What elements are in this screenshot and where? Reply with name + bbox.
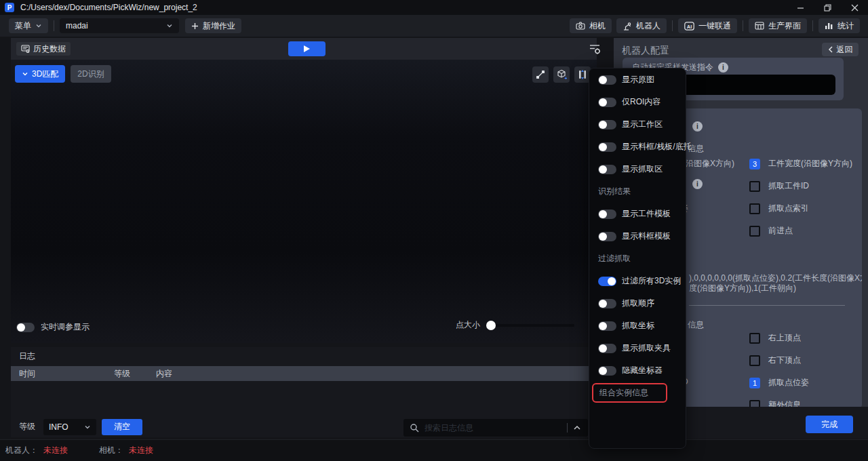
production-button-label: 生产界面	[768, 20, 801, 32]
menu-item-0[interactable]: 显示原图	[589, 68, 686, 91]
toggle-switch[interactable]	[598, 344, 616, 353]
menu-item-label: 组合实例信息	[592, 383, 667, 403]
tab-2d-recognition[interactable]: 2D识别	[71, 65, 111, 83]
camera-button[interactable]: 相机	[570, 18, 612, 33]
ai-connect-button[interactable]: AI 一键联通	[678, 18, 737, 33]
robot-button[interactable]: 机器人	[616, 18, 667, 33]
point-size-slider[interactable]	[486, 324, 574, 327]
close-button[interactable]	[841, 0, 868, 15]
log-panel: 日志 时间 等级 内容 等级 INFO 清空	[11, 347, 597, 437]
camera-status-label: 相机：	[99, 445, 123, 456]
menu-item-13[interactable]: 隐藏坐标器	[589, 359, 686, 382]
window-title: C:/Users/dex/Documents/PickWiz/new_proje…	[20, 3, 197, 12]
menu-item-6[interactable]: 显示工件模板	[589, 203, 686, 225]
realtime-tuning-toggle[interactable]	[16, 323, 35, 332]
menu-item-label: 隐藏坐标器	[622, 365, 663, 376]
robot-status-label: 机器人：	[5, 445, 38, 456]
log-col-level: 等级	[114, 368, 156, 380]
toggle-switch[interactable]	[598, 232, 616, 241]
toggle-switch[interactable]	[598, 277, 616, 286]
config-row: 1抓取点位姿	[749, 377, 809, 388]
clear-log-button[interactable]: 清空	[102, 419, 142, 435]
log-search-input[interactable]	[425, 423, 561, 433]
job-select[interactable]: madai	[60, 18, 179, 33]
config-row: 抓取点索引	[749, 203, 852, 214]
cube-add-tool-button[interactable]: +	[553, 66, 570, 83]
toolbar-separator	[743, 20, 743, 31]
toggle-switch[interactable]	[598, 75, 616, 85]
menu-item-label: 仅ROI内容	[622, 96, 660, 108]
production-button[interactable]: 生产界面	[749, 18, 807, 33]
menu-item-10[interactable]: 抓取顺序	[589, 292, 686, 315]
stats-button[interactable]: 统计	[818, 18, 860, 33]
menu-item-7[interactable]: 显示料框模板	[589, 225, 686, 247]
menu-item-label: 识别结果	[598, 186, 631, 197]
measure-tool-button[interactable]	[532, 66, 549, 83]
clear-log-label: 清空	[114, 421, 130, 433]
tab-3d-match[interactable]: 3D匹配	[15, 65, 65, 83]
menu-item-11[interactable]: 抓取坐标	[589, 315, 686, 337]
checkbox[interactable]	[749, 226, 760, 237]
play-button[interactable]	[288, 41, 326, 56]
checkbox[interactable]	[749, 203, 760, 214]
done-button[interactable]: 完成	[806, 416, 853, 433]
toggle-switch[interactable]	[598, 98, 616, 107]
caret-up-icon[interactable]	[573, 424, 581, 431]
menu-item-3[interactable]: 显示料框/栈板/底托	[589, 136, 686, 158]
checkbox[interactable]	[749, 355, 760, 366]
info-icon[interactable]: i	[692, 121, 703, 132]
description-line-2: 度(沿图像Y方向)),1(工件朝向)	[689, 283, 796, 294]
plus-icon	[191, 22, 199, 30]
new-job-button[interactable]: 新增作业	[185, 18, 241, 33]
menu-item-12[interactable]: 显示抓取夹具	[589, 337, 686, 359]
value-badge: 3	[749, 159, 760, 169]
main-toolbar: 菜单 madai 新增作业 相机 机器人 AI 一键联通 生产界面 统计	[0, 15, 868, 37]
point-size-slider-knob[interactable]	[486, 321, 496, 330]
toggle-switch[interactable]	[598, 299, 616, 308]
config-row: 右下顶点	[749, 355, 809, 366]
display-settings-icon[interactable]	[589, 43, 601, 55]
config-row: 前进点	[749, 225, 852, 237]
robot-icon	[623, 22, 632, 31]
menu-item-label: 显示工件模板	[622, 208, 671, 220]
ai-connect-label: 一键联通	[698, 20, 731, 32]
info-icon[interactable]: i	[692, 179, 703, 189]
info-icon[interactable]: i	[718, 62, 728, 73]
back-button[interactable]: 返回	[822, 43, 859, 56]
history-data-button[interactable]: 历史数据	[16, 42, 71, 56]
app-logo-icon: P	[5, 3, 14, 12]
checkbox[interactable]	[749, 333, 760, 344]
toggle-switch[interactable]	[598, 165, 616, 174]
toggle-switch[interactable]	[598, 142, 616, 152]
menu-item-label: 显示工作区	[622, 119, 663, 130]
log-search-box[interactable]	[403, 419, 588, 437]
toggle-switch[interactable]	[598, 366, 616, 376]
config-label: 右上顶点	[768, 332, 801, 344]
checkbox[interactable]	[749, 181, 760, 192]
svg-text:AI: AI	[687, 23, 692, 29]
realtime-tuning-label: 实时调参显示	[41, 321, 90, 333]
cube-add-icon: +	[556, 69, 567, 80]
tab-2d-recognition-label: 2D识别	[77, 68, 104, 80]
camera-button-label: 相机	[589, 20, 606, 32]
camera-icon	[576, 22, 585, 30]
menu-item-2[interactable]: 显示工作区	[589, 113, 686, 136]
menu-item-1[interactable]: 仅ROI内容	[589, 91, 686, 113]
menu-button[interactable]: 菜单	[9, 18, 48, 33]
menu-item-9[interactable]: 过滤所有3D实例	[589, 270, 686, 292]
log-level-select[interactable]: INFO	[43, 419, 96, 435]
toggle-switch[interactable]	[598, 120, 616, 129]
restore-button[interactable]	[814, 0, 841, 15]
back-button-label: 返回	[837, 44, 853, 56]
config-row: 右上顶点	[749, 332, 809, 344]
menu-item-4[interactable]: 显示抓取区	[589, 158, 686, 180]
toggle-switch[interactable]	[598, 209, 616, 219]
chevron-down-icon	[35, 22, 42, 29]
log-level-label: 等级	[19, 421, 35, 433]
config-label: 抓取点位姿	[768, 377, 809, 388]
menu-item-label: 显示料框/栈板/底托	[622, 141, 692, 153]
log-col-time: 时间	[19, 368, 114, 380]
config-label: 前进点	[768, 225, 793, 237]
minimize-button[interactable]	[787, 0, 814, 15]
toggle-switch[interactable]	[598, 321, 616, 331]
